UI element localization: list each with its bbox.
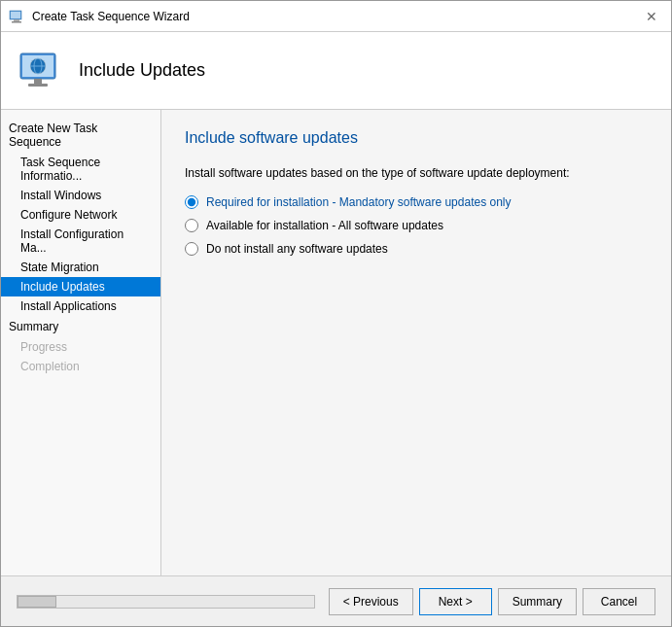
sidebar-item-state-migration[interactable]: State Migration xyxy=(1,258,160,277)
svg-rect-3 xyxy=(12,21,21,23)
radio-required-label: Required for installation - Mandatory so… xyxy=(206,195,512,209)
header-computer-icon xyxy=(17,48,63,94)
sidebar: Create New Task Sequence Task Sequence I… xyxy=(1,110,161,575)
sidebar-item-progress: Progress xyxy=(1,337,160,357)
content-area: Create New Task Sequence Task Sequence I… xyxy=(1,110,671,575)
radio-available-label: Available for installation - All softwar… xyxy=(206,219,443,232)
main-content: Include software updates Install softwar… xyxy=(161,110,671,575)
scrollbar-thumb xyxy=(18,596,56,608)
next-button[interactable]: Next > xyxy=(419,588,492,615)
scrollbar-area[interactable] xyxy=(17,595,315,609)
previous-button[interactable]: < Previous xyxy=(329,588,413,615)
sidebar-item-configure-network[interactable]: Configure Network xyxy=(1,205,160,225)
wizard-window: Create Task Sequence Wizard ✕ Include Up… xyxy=(0,0,672,627)
sidebar-item-install-configuration-manager[interactable]: Install Configuration Ma... xyxy=(1,225,160,258)
radio-no-updates[interactable]: Do not install any software updates xyxy=(185,242,648,256)
window-title: Create Task Sequence Wizard xyxy=(32,10,640,23)
svg-rect-2 xyxy=(14,19,19,21)
radio-available-input[interactable] xyxy=(185,219,198,232)
radio-none-label: Do not install any software updates xyxy=(206,242,388,256)
window-icon xyxy=(9,9,24,24)
svg-rect-10 xyxy=(28,84,48,87)
radio-required-installation[interactable]: Required for installation - Mandatory so… xyxy=(185,195,648,209)
footer: < Previous Next > Summary Cancel xyxy=(1,575,671,626)
sidebar-item-completion: Completion xyxy=(1,357,160,376)
description: Install software updates based on the ty… xyxy=(185,166,648,180)
update-options-group: Required for installation - Mandatory so… xyxy=(185,195,648,256)
svg-rect-9 xyxy=(34,79,42,84)
summary-button[interactable]: Summary xyxy=(498,588,577,615)
header-title: Include Updates xyxy=(79,60,205,81)
close-button[interactable]: ✕ xyxy=(640,5,663,28)
cancel-button[interactable]: Cancel xyxy=(583,588,655,615)
sidebar-item-task-sequence-information[interactable]: Task Sequence Informatio... xyxy=(1,153,160,186)
title-bar: Create Task Sequence Wizard ✕ xyxy=(1,1,671,32)
svg-rect-1 xyxy=(11,12,20,18)
radio-none-input[interactable] xyxy=(185,242,198,256)
sidebar-item-install-applications[interactable]: Install Applications xyxy=(1,296,160,316)
sidebar-item-include-updates[interactable]: Include Updates xyxy=(1,277,160,296)
sidebar-item-install-windows[interactable]: Install Windows xyxy=(1,186,160,205)
sidebar-group-summary: Summary xyxy=(1,316,160,337)
page-title: Include software updates xyxy=(185,129,648,147)
sidebar-group-create: Create New Task Sequence xyxy=(1,118,160,153)
radio-available-installation[interactable]: Available for installation - All softwar… xyxy=(185,219,648,232)
radio-required-input[interactable] xyxy=(185,195,198,209)
header-area: Include Updates xyxy=(1,32,671,110)
